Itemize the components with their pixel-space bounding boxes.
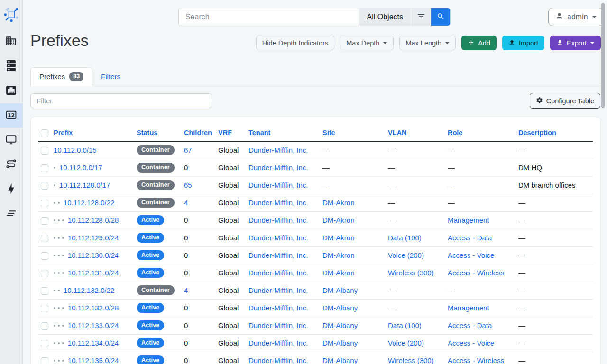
tenant-link[interactable]: Dunder-Mifflin, Inc. [248,234,308,242]
row-checkbox[interactable] [41,287,48,295]
vlan-link[interactable]: — [388,304,395,312]
row-checkbox[interactable] [41,164,48,172]
row-checkbox[interactable] [41,235,48,242]
max-length-dropdown[interactable]: Max Length [399,36,456,50]
column-header-tenant[interactable]: Tenant [248,129,270,136]
row-checkbox[interactable] [41,147,48,155]
role-link[interactable]: Management [448,216,489,224]
prefix-link[interactable]: 10.112.128.0/28 [68,216,119,224]
tab-prefixes[interactable]: Prefixes 83 [30,67,92,86]
site-link[interactable]: — [322,146,330,154]
row-checkbox[interactable] [41,322,48,330]
hide-depth-indicators-button[interactable]: Hide Depth Indicators [256,36,334,50]
vlan-link[interactable]: — [388,181,395,189]
sidebar-item-circuits[interactable] [0,153,22,177]
prefix-link[interactable]: 10.112.132.0/28 [68,304,119,312]
children-count[interactable]: 0 [184,164,188,172]
column-header-description[interactable]: Description [518,129,556,136]
children-count[interactable]: 0 [184,321,188,329]
tenant-link[interactable]: Dunder-Mifflin, Inc. [248,181,308,189]
tenant-link[interactable]: Dunder-Mifflin, Inc. [248,304,308,312]
children-count[interactable]: 67 [184,146,192,154]
tenant-link[interactable]: Dunder-Mifflin, Inc. [248,164,308,172]
children-count[interactable]: 0 [184,339,188,347]
vlan-link[interactable]: Wireless (300) [388,356,434,364]
role-link[interactable]: Access - Wireless [448,356,504,364]
vlan-link[interactable]: Data (100) [388,234,422,242]
prefix-link[interactable]: 10.112.130.0/24 [68,251,119,259]
role-link[interactable]: Management [448,304,489,312]
role-link[interactable]: Access - Data [448,234,492,242]
column-header-role[interactable]: Role [448,129,462,136]
row-checkbox[interactable] [41,305,48,312]
column-header-vlan[interactable]: VLAN [388,129,406,136]
role-link[interactable]: Access - Voice [448,339,494,347]
row-checkbox[interactable] [41,270,48,277]
site-link[interactable]: DM-Akron [322,251,355,259]
role-link[interactable]: — [448,164,455,172]
search-input[interactable] [179,8,359,26]
children-count[interactable]: 4 [184,199,188,207]
max-depth-dropdown[interactable]: Max Depth [340,36,394,50]
sidebar-item-customization[interactable] [0,202,22,227]
role-link[interactable]: Access - Voice [448,251,494,259]
add-button[interactable]: Add [461,36,497,50]
site-link[interactable]: DM-Akron [322,234,355,242]
site-link[interactable]: — [322,164,330,172]
vlan-link[interactable]: Voice (200) [388,339,424,347]
row-checkbox[interactable] [41,200,48,207]
tenant-link[interactable]: Dunder-Mifflin, Inc. [248,251,308,259]
import-button[interactable]: Import [502,36,544,50]
role-link[interactable]: — [448,146,455,154]
row-checkbox[interactable] [41,182,48,190]
prefix-link[interactable]: 10.112.128.0/17 [59,181,110,189]
select-all-checkbox[interactable] [41,129,48,137]
role-link[interactable]: — [448,286,455,294]
children-count[interactable]: 0 [184,251,188,259]
tab-filters[interactable]: Filters [92,67,129,86]
export-dropdown[interactable]: Export [550,36,601,50]
children-count[interactable]: 65 [184,181,192,189]
site-link[interactable]: DM-Albany [322,304,358,312]
site-link[interactable]: DM-Albany [322,286,358,294]
vlan-link[interactable]: — [388,216,395,224]
prefix-link[interactable]: 10.112.133.0/24 [68,321,119,329]
column-header-prefix[interactable]: Prefix [54,129,73,136]
children-count[interactable]: 0 [184,234,188,242]
role-link[interactable]: — [448,181,455,189]
sidebar-item-devices[interactable] [0,54,22,79]
sidebar-item-organization[interactable] [0,29,22,54]
page-scrollbar-thumb[interactable] [601,3,605,108]
site-link[interactable]: — [322,181,330,189]
configure-table-button[interactable]: Configure Table [530,93,600,109]
row-checkbox[interactable] [41,252,48,260]
row-checkbox[interactable] [41,357,48,364]
sidebar-item-ipam[interactable]: 12 [0,103,22,128]
tenant-link[interactable]: Dunder-Mifflin, Inc. [248,199,308,207]
search-submit-button[interactable] [431,8,450,26]
netbox-logo[interactable] [0,0,22,29]
site-link[interactable]: DM-Akron [322,199,355,207]
prefix-link[interactable]: 10.112.0.0/15 [54,146,97,154]
sidebar-item-power[interactable] [0,177,22,202]
prefix-link[interactable]: 10.112.131.0/24 [68,269,119,277]
vlan-link[interactable]: — [388,146,395,154]
tenant-link[interactable]: Dunder-Mifflin, Inc. [248,146,308,154]
vlan-link[interactable]: Data (100) [388,321,422,329]
children-count[interactable]: 0 [184,356,188,364]
site-link[interactable]: DM-Albany [322,339,358,347]
vlan-link[interactable]: Voice (200) [388,251,424,259]
vlan-link[interactable]: Wireless (300) [388,269,434,277]
site-link[interactable]: DM-Albany [322,321,358,329]
children-count[interactable]: 0 [184,304,188,312]
prefix-link[interactable]: 10.112.135.0/24 [68,356,119,364]
tenant-link[interactable]: Dunder-Mifflin, Inc. [248,269,308,277]
vlan-link[interactable]: — [388,164,395,172]
search-scope-button[interactable]: All Objects [359,8,411,26]
tenant-link[interactable]: Dunder-Mifflin, Inc. [248,356,308,364]
prefix-link[interactable]: 10.112.0.0/17 [59,164,102,172]
search-filter-button[interactable] [411,8,431,26]
prefix-link[interactable]: 10.112.129.0/24 [68,234,119,242]
vlan-link[interactable]: — [388,286,395,294]
tenant-link[interactable]: Dunder-Mifflin, Inc. [248,286,308,294]
